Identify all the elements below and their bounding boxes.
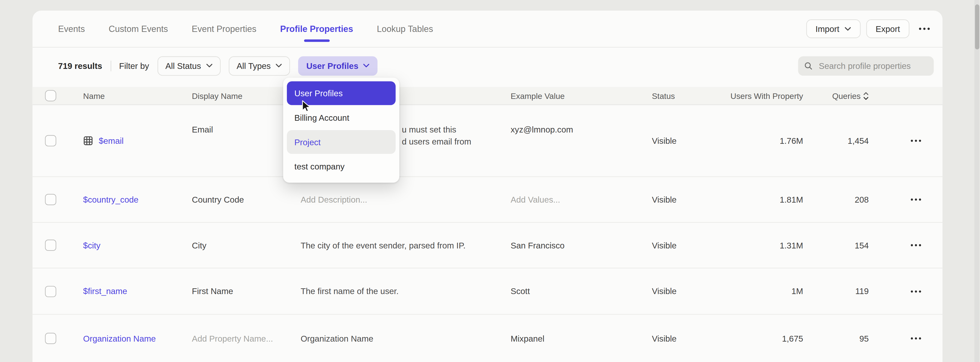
chevron-down-icon	[276, 64, 282, 68]
row-actions-button[interactable]	[906, 131, 925, 150]
property-name-link[interactable]: $first_name	[83, 286, 192, 296]
example-value-cell[interactable]: xyz@lmnop.com	[511, 125, 652, 134]
tab-event-properties[interactable]: Event Properties	[192, 11, 256, 47]
row-checkbox[interactable]	[45, 135, 56, 147]
col-name: Name	[83, 91, 192, 100]
search-icon	[805, 61, 813, 70]
col-queries[interactable]: Queries	[832, 91, 869, 100]
description-cell[interactable]: The first name of the user.	[301, 285, 511, 297]
display-name-cell[interactable]: Add Property Name...	[192, 334, 301, 343]
tab-custom-events[interactable]: Custom Events	[109, 11, 168, 47]
description-cell[interactable]: The city of the event sender, parsed fro…	[301, 239, 511, 251]
display-name-cell[interactable]: Country Code	[192, 195, 301, 204]
status-cell: Visible	[652, 136, 727, 145]
type-filter-dropdown[interactable]: All Types	[229, 56, 290, 75]
example-value-cell[interactable]: Scott	[511, 286, 652, 296]
table-row[interactable]: Organization Name Add Property Name... O…	[33, 315, 943, 362]
property-name-link[interactable]: Organization Name	[83, 334, 192, 343]
import-button[interactable]: Import	[806, 19, 861, 38]
scrollbar-thumb[interactable]	[975, 4, 979, 49]
kebab-icon	[910, 290, 921, 292]
table-row[interactable]: $email Email u must set this d users ema…	[33, 105, 943, 177]
chevron-down-icon	[363, 64, 370, 68]
status-cell: Visible	[652, 195, 727, 204]
users-with-property-cell: 1.81M	[780, 195, 803, 204]
header-checkbox[interactable]	[45, 90, 56, 101]
queries-cell: 95	[859, 334, 869, 343]
kebab-icon	[910, 244, 921, 246]
queries-cell: 119	[855, 286, 869, 296]
profile-type-menu: User Profiles Billing Account Project te…	[283, 78, 399, 183]
col-status: Status	[652, 91, 727, 100]
chevron-down-icon	[844, 27, 851, 31]
kebab-icon	[910, 198, 921, 201]
menu-item-test-company[interactable]: test company	[287, 155, 396, 179]
row-checkbox[interactable]	[45, 239, 56, 251]
kebab-icon	[919, 28, 930, 30]
status-cell: Visible	[652, 241, 727, 250]
property-name-link[interactable]: $country_code	[83, 195, 192, 204]
search-box[interactable]	[798, 56, 934, 75]
filter-bar: 719 results Filter by All Status All Typ…	[58, 56, 934, 76]
export-button[interactable]: Export	[866, 19, 910, 38]
description-cell[interactable]: Organization Name	[301, 332, 511, 344]
property-name-link[interactable]: $email	[83, 136, 192, 146]
row-actions-button[interactable]	[906, 190, 925, 209]
users-with-property-cell: 1.31M	[780, 241, 803, 250]
row-actions-button[interactable]	[906, 236, 925, 254]
example-value-cell[interactable]: San Francisco	[511, 241, 652, 250]
tab-bar: Events Custom Events Event Properties Pr…	[33, 11, 943, 48]
tab-actions: Import Export	[806, 19, 934, 38]
chevron-down-icon	[206, 64, 212, 68]
table-row[interactable]: $first_name First Name The first name of…	[33, 268, 943, 315]
row-checkbox[interactable]	[45, 194, 56, 205]
description-cell[interactable]: Add Description...	[301, 195, 511, 204]
queries-cell: 208	[854, 195, 869, 204]
col-example-value: Example Value	[511, 91, 652, 100]
display-name-cell[interactable]: City	[192, 241, 301, 250]
app-viewport: Events Custom Events Event Properties Pr…	[0, 0, 980, 362]
filter-by-label: Filter by	[119, 61, 149, 70]
status-cell: Visible	[652, 334, 727, 343]
queries-cell: 154	[854, 241, 869, 250]
table-row[interactable]: $city City The city of the event sender,…	[33, 223, 943, 268]
tab-profile-properties[interactable]: Profile Properties	[280, 11, 353, 47]
users-with-property-cell: 1M	[791, 286, 803, 296]
results-count: 719 results	[58, 61, 102, 70]
users-with-property-cell: 1.76M	[780, 136, 803, 145]
profile-type-filter-dropdown[interactable]: User Profiles	[298, 56, 378, 75]
scrollbar[interactable]	[974, 0, 980, 362]
kebab-icon	[910, 337, 921, 340]
mouse-cursor	[302, 100, 310, 113]
vertical-divider	[110, 60, 111, 71]
property-name-link[interactable]: $city	[83, 241, 192, 250]
more-options-button[interactable]	[915, 19, 934, 38]
table-header-row: Name Display Name Example Value Status U…	[33, 87, 943, 105]
grid-icon	[83, 136, 93, 146]
row-actions-button[interactable]	[906, 282, 925, 301]
content-card: Events Custom Events Event Properties Pr…	[33, 11, 943, 362]
tab-events[interactable]: Events	[58, 11, 85, 47]
row-checkbox[interactable]	[45, 333, 56, 344]
example-value-cell[interactable]: Add Values...	[511, 195, 652, 204]
kebab-icon	[910, 139, 921, 142]
tab-lookup-tables[interactable]: Lookup Tables	[377, 11, 433, 47]
table-row[interactable]: $country_code Country Code Add Descripti…	[33, 177, 943, 223]
status-filter-dropdown[interactable]: All Status	[158, 56, 220, 75]
sort-icon	[863, 92, 869, 100]
row-actions-button[interactable]	[906, 329, 925, 348]
status-cell: Visible	[652, 286, 727, 296]
menu-item-project[interactable]: Project	[287, 130, 396, 154]
search-input[interactable]	[818, 60, 928, 71]
row-checkbox[interactable]	[45, 285, 56, 297]
users-with-property-cell: 1,675	[782, 334, 803, 343]
active-tab-underline	[304, 39, 329, 42]
example-value-cell[interactable]: Mixpanel	[511, 334, 652, 343]
display-name-cell[interactable]: First Name	[192, 286, 301, 296]
queries-cell: 1,454	[848, 136, 869, 145]
col-users-with-property: Users With Property	[730, 91, 803, 100]
